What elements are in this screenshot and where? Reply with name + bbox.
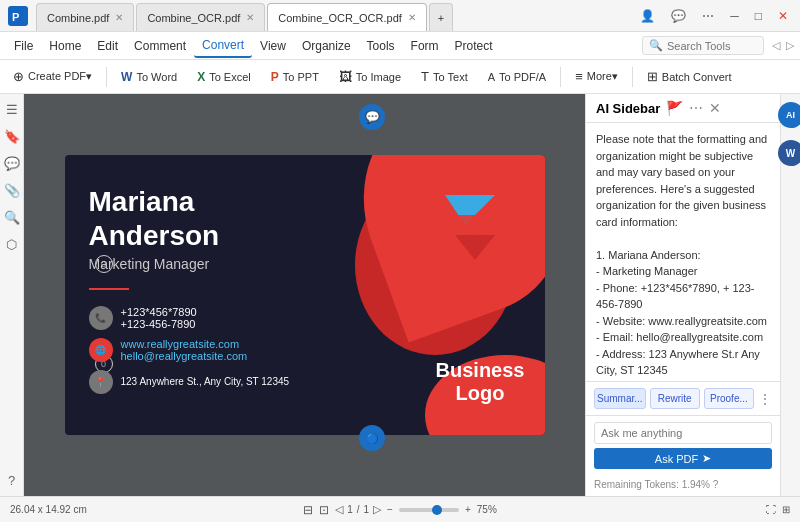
location-icon: 📍: [89, 370, 113, 394]
menu-bar: File Home Edit Comment Convert View Orga…: [0, 32, 800, 60]
attachment-icon[interactable]: 📎: [4, 183, 20, 198]
create-pdf-btn[interactable]: ⊕ Create PDF▾: [4, 65, 101, 88]
fit-page-icon[interactable]: ⊡: [319, 503, 329, 517]
menu-view[interactable]: View: [252, 35, 294, 57]
tab-combine-pdf[interactable]: Combine.pdf ✕: [36, 3, 134, 31]
menu-comment[interactable]: Comment: [126, 35, 194, 57]
tab-close-icon[interactable]: ✕: [246, 12, 254, 23]
menu-file[interactable]: File: [6, 35, 41, 57]
card-name: Mariana Anderson: [89, 185, 321, 252]
card-business-logo: Business Logo: [436, 359, 525, 405]
separator2: [560, 67, 561, 87]
ai-tokens: Remaining Tokens: 1.94% ?: [586, 475, 780, 496]
status-left: 26.04 x 14.92 cm: [10, 504, 270, 515]
layers-icon[interactable]: ⬡: [6, 237, 17, 252]
status-right: ⛶ ⊞: [530, 504, 790, 515]
zoom-slider[interactable]: [399, 508, 459, 512]
brand-logo: [435, 195, 495, 268]
search-panel-icon[interactable]: 🔍: [4, 210, 20, 225]
fit-width-icon[interactable]: ⊟: [303, 503, 313, 517]
tab-combine-ocr-pdf[interactable]: Combine_OCR.pdf ✕: [136, 3, 265, 31]
nav-pages-icon[interactable]: ☰: [6, 102, 18, 117]
ai-chat-float-btn[interactable]: 💬: [359, 104, 385, 130]
card-divider: [89, 288, 129, 290]
zoom-thumb[interactable]: [432, 505, 442, 515]
phone-icon: 📞: [89, 306, 113, 330]
close-btn[interactable]: ✕: [774, 7, 792, 25]
chat-icon[interactable]: 💬: [667, 7, 690, 25]
status-bar: 26.04 x 14.92 cm ⊟ ⊡ ◁ 1 / 1 ▷ − + 75% ⛶…: [0, 496, 800, 522]
ai-sidebar-title: AI Sidebar: [596, 101, 660, 116]
menu-tools[interactable]: Tools: [359, 35, 403, 57]
to-word-btn[interactable]: W To Word: [112, 66, 186, 88]
zoom-out-btn[interactable]: −: [387, 504, 393, 515]
menu-form[interactable]: Form: [403, 35, 447, 57]
menu-convert[interactable]: Convert: [194, 34, 252, 58]
prev-page-btn[interactable]: ◁: [335, 503, 343, 516]
plus-icon: +: [438, 12, 444, 24]
more-btn[interactable]: ≡ More▾: [566, 65, 627, 88]
menu-organize[interactable]: Organize: [294, 35, 359, 57]
ai-sidebar-header: AI Sidebar 🚩 ⋯ ✕: [586, 94, 780, 123]
to-excel-btn[interactable]: X To Excel: [188, 66, 260, 88]
actions-more-icon[interactable]: ⋮: [758, 391, 772, 407]
ask-label: Ask PDF: [655, 453, 698, 465]
summarize-btn[interactable]: Summar...: [594, 388, 646, 409]
to-text-btn[interactable]: T To Text: [412, 65, 477, 88]
text-icon: T: [421, 69, 429, 84]
ai-sidebar-float-btn[interactable]: 🔵: [359, 425, 385, 451]
word-icon: W: [121, 70, 132, 84]
ai-ask-input[interactable]: [594, 422, 772, 444]
bookmark-icon[interactable]: 🔖: [4, 129, 20, 144]
menu-home[interactable]: Home: [41, 35, 89, 57]
comment-icon[interactable]: 💬: [4, 156, 20, 171]
zoom-in-btn[interactable]: +: [465, 504, 471, 515]
menu-dots-icon[interactable]: ⋯: [698, 7, 718, 25]
right-mini-panel: AI W: [780, 94, 800, 496]
card-title: Marketing Manager: [89, 256, 321, 272]
ai-close-icon[interactable]: ✕: [709, 100, 721, 116]
word-panel-icon[interactable]: W: [778, 140, 801, 166]
tab-close-icon[interactable]: ✕: [115, 12, 123, 23]
batch-convert-btn[interactable]: ⊞ Batch Convert: [638, 65, 741, 88]
ai-flag-icon[interactable]: 🚩: [666, 100, 683, 116]
to-image-btn[interactable]: 🖼 To Image: [330, 65, 410, 88]
new-tab-btn[interactable]: +: [429, 3, 453, 31]
excel-icon: X: [197, 70, 205, 84]
card-phone-info: 📞 +123*456*7890 +123-456-7890: [89, 306, 321, 330]
send-icon: ➤: [702, 452, 711, 465]
menu-edit[interactable]: Edit: [89, 35, 126, 57]
nav-back-icon[interactable]: ◁: [772, 39, 780, 52]
search-input[interactable]: [667, 40, 757, 52]
fullscreen-icon[interactable]: ⊞: [782, 504, 790, 515]
nav-forward-icon[interactable]: ▷: [786, 39, 794, 52]
separator: [106, 67, 107, 87]
help-icon[interactable]: ?: [8, 473, 15, 488]
business-card: 0 0 Mariana Anderson Marketing Manager 📞…: [65, 155, 545, 435]
to-pdfa-btn[interactable]: A To PDF/A: [479, 67, 555, 87]
tab-combine-ocr-ocr-pdf[interactable]: Combine_OCR_OCR.pdf ✕: [267, 3, 427, 31]
proofread-btn[interactable]: Proofe...: [704, 388, 754, 409]
rewrite-btn[interactable]: Rewrite: [650, 388, 700, 409]
menu-protect[interactable]: Protect: [447, 35, 501, 57]
to-ppt-btn[interactable]: P To PPT: [262, 66, 328, 88]
tabs-container: Combine.pdf ✕ Combine_OCR.pdf ✕ Combine_…: [36, 0, 628, 31]
minimize-btn[interactable]: ─: [726, 7, 743, 25]
zoom-level: 75%: [477, 504, 497, 515]
ai-more-icon[interactable]: ⋯: [689, 100, 703, 116]
maximize-btn[interactable]: □: [751, 7, 766, 25]
toolbar: ⊕ Create PDF▾ W To Word X To Excel P To …: [0, 60, 800, 94]
status-center: ⊟ ⊡ ◁ 1 / 1 ▷ − + 75%: [270, 503, 530, 517]
fit-screen-icon[interactable]: ⛶: [766, 504, 776, 515]
app-logo: P: [8, 6, 28, 26]
web-icon: 🌐: [89, 338, 113, 362]
tab-close-icon[interactable]: ✕: [408, 12, 416, 23]
profile-icon[interactable]: 👤: [636, 7, 659, 25]
ai-input-area: Ask PDF ➤: [586, 415, 780, 475]
page-navigation: ◁ 1 / 1 ▷: [335, 503, 381, 516]
ask-pdf-btn[interactable]: Ask PDF ➤: [594, 448, 772, 469]
ai-panel-icon[interactable]: AI: [778, 102, 801, 128]
next-page-btn[interactable]: ▷: [373, 503, 381, 516]
main-content: ☰ 🔖 💬 📎 🔍 ⬡ ? 💬 🔵 0 0 Mariana Anderson M…: [0, 94, 800, 496]
card-web-info: 🌐 www.reallygreatsite.com hello@reallygr…: [89, 338, 321, 362]
